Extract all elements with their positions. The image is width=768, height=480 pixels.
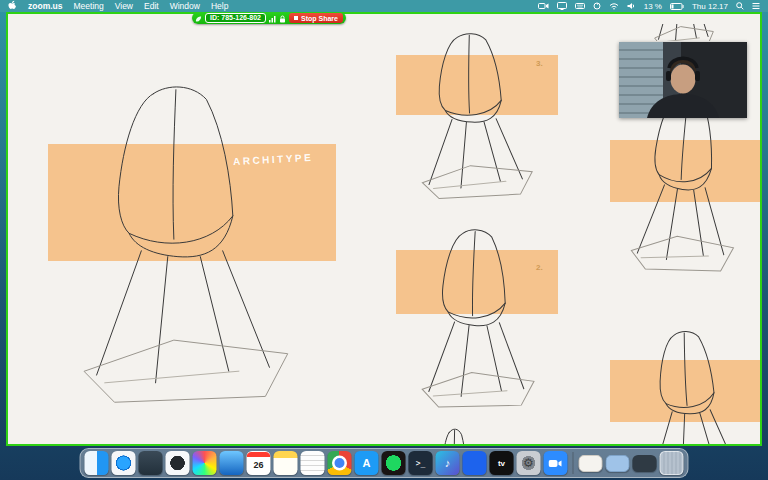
wifi-status-icon[interactable] <box>609 2 619 10</box>
chair-sketch-partial-bottom <box>428 426 492 444</box>
dock-icon-docker[interactable] <box>463 451 487 475</box>
webcam-thumbnail[interactable] <box>619 42 747 118</box>
notification-center-icon[interactable] <box>752 2 760 10</box>
menu-clock[interactable]: Thu 12.17 <box>692 2 728 11</box>
headphone-cup-right <box>695 71 700 81</box>
music-glyph: ♪ <box>445 457 451 469</box>
chair-sketch-partial-top <box>648 24 733 41</box>
dock: 26 A >_ ♪ tv ⚙ <box>80 448 689 478</box>
dock-icon-mail[interactable] <box>220 451 244 475</box>
dock-icon-app-store[interactable]: A <box>355 451 379 475</box>
sync-status-icon[interactable] <box>593 2 601 10</box>
battery-icon[interactable] <box>670 3 684 10</box>
signal-icon <box>269 9 276 27</box>
stop-icon <box>294 16 298 20</box>
dock-icon-chrome[interactable] <box>328 451 352 475</box>
gear-icon: ⚙ <box>523 456 534 470</box>
stop-share-button[interactable]: Stop Share <box>289 13 343 23</box>
menu-app-name[interactable]: zoom.us <box>28 1 62 11</box>
sketch-number-2: 2. <box>536 263 543 272</box>
shared-screen-whiteboard: ARCHITYPE 3. 2. <box>6 12 762 446</box>
chair-sketch-bottomright <box>630 325 752 446</box>
stop-share-label: Stop Share <box>301 15 338 22</box>
dock-separator <box>573 452 574 474</box>
menu-item-edit[interactable]: Edit <box>144 1 159 11</box>
dock-minimized-window-dark[interactable] <box>633 455 657 472</box>
dock-icon-finder[interactable] <box>85 451 109 475</box>
dock-icon-notes[interactable] <box>274 451 298 475</box>
keyboard-status-icon[interactable] <box>575 2 585 10</box>
dock-icon-trash[interactable] <box>660 451 684 475</box>
spotlight-search-icon[interactable] <box>736 2 744 10</box>
dock-icon-color-wheel[interactable] <box>193 451 217 475</box>
dock-icon-terminal[interactable]: >_ <box>409 451 433 475</box>
dock-icon-apple-tv[interactable]: tv <box>490 451 514 475</box>
screen-share-bar: ID: 785-126-802 Stop Share <box>192 12 346 24</box>
calendar-day: 26 <box>253 457 263 474</box>
dock-icon-music[interactable]: ♪ <box>436 451 460 475</box>
dock-icon-safari[interactable] <box>112 451 136 475</box>
menu-item-help[interactable]: Help <box>211 1 228 11</box>
meeting-id-badge: ID: 785-126-802 <box>205 13 266 23</box>
dock-icon-textedit[interactable] <box>301 451 325 475</box>
dock-icon-calendar[interactable]: 26 <box>247 451 271 475</box>
display-status-icon[interactable] <box>557 2 567 10</box>
dock-minimized-window-blue[interactable] <box>606 455 630 472</box>
chair-sketch-main <box>60 80 304 410</box>
person-face <box>671 65 696 94</box>
dock-icon-system-preferences[interactable]: ⚙ <box>517 451 541 475</box>
share-leaf-icon <box>195 9 202 27</box>
apple-menu-icon[interactable] <box>8 0 17 12</box>
dock-minimized-window-light[interactable] <box>579 455 603 472</box>
apple-tv-glyph: tv <box>498 459 505 468</box>
sketch-number-3: 3. <box>536 59 543 68</box>
chair-sketch-3 <box>407 29 542 203</box>
headphone-cup-left <box>666 71 671 81</box>
lock-icon <box>279 9 286 27</box>
dock-icon-spotify[interactable] <box>382 451 406 475</box>
volume-status-icon[interactable] <box>627 2 636 10</box>
zoom-camera-icon <box>549 459 563 468</box>
dock-icon-github[interactable] <box>166 451 190 475</box>
video-status-icon[interactable] <box>538 2 549 10</box>
app-store-glyph: A <box>363 457 371 469</box>
menu-item-meeting[interactable]: Meeting <box>73 1 103 11</box>
menu-bar: zoom.us Meeting View Edit Window Help 13… <box>0 0 768 12</box>
dock-icon-photo-editor[interactable] <box>139 451 163 475</box>
dock-icon-zoom[interactable] <box>544 451 568 475</box>
battery-percentage[interactable]: 13 % <box>644 2 662 11</box>
chair-sketch-2 <box>408 225 545 413</box>
terminal-glyph: >_ <box>416 459 426 468</box>
menu-item-view[interactable]: View <box>115 1 133 11</box>
